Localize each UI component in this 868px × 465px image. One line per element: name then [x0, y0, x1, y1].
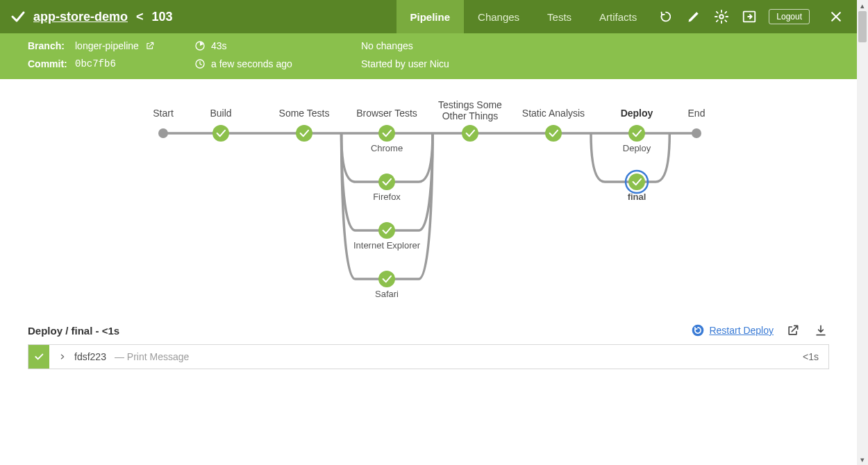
scroll-down-icon[interactable]: ▾ — [857, 454, 868, 465]
duration-value: 43s — [211, 40, 227, 51]
close-icon[interactable] — [828, 8, 844, 25]
external-link-icon[interactable] — [144, 40, 156, 51]
scroll-up-icon[interactable]: ▴ — [857, 0, 868, 11]
step-status-icon — [28, 345, 49, 369]
run-details-bar: Branch: longer-pipeline Commit: 0bc7fb6 … — [0, 33, 857, 79]
settings-gear-icon[interactable] — [713, 8, 730, 25]
branch-value[interactable]: longer-pipeline — [75, 40, 139, 51]
rerun-icon[interactable] — [658, 8, 674, 25]
step-row[interactable]: fdsf223 — Print Message <1s — [28, 344, 829, 369]
finished-value: a few seconds ago — [211, 58, 292, 69]
stage-node[interactable] — [378, 174, 395, 190]
top-bar: app-store-demo < 103 Pipeline Changes Te… — [0, 0, 857, 33]
svg-text:Other Things: Other Things — [442, 110, 499, 121]
chevron-right-icon — [59, 353, 66, 360]
job-name-link[interactable]: app-store-demo — [33, 10, 128, 24]
svg-text:Chrome: Chrome — [371, 143, 403, 153]
step-description: — Print Message — [115, 351, 189, 362]
svg-text:Deploy: Deploy — [621, 108, 653, 119]
status-check-icon — [10, 8, 26, 25]
stage-node[interactable] — [378, 271, 395, 287]
step-name: fdsf223 — [74, 351, 106, 362]
terminal-node — [692, 128, 701, 138]
svg-text:Deploy: Deploy — [623, 143, 651, 153]
terminal-node — [158, 128, 168, 138]
svg-text:Firefox: Firefox — [373, 192, 401, 202]
tab-changes[interactable]: Changes — [464, 0, 533, 33]
run-number: 103 — [152, 10, 173, 24]
stage-node[interactable] — [628, 125, 645, 142]
svg-point-0 — [720, 15, 724, 19]
svg-text:Some Tests: Some Tests — [279, 108, 330, 119]
pipeline-graph: StartBuildSome TestsBrowser TestsChromeF… — [0, 92, 857, 314]
header-actions: Logout — [658, 8, 844, 25]
steps-title: Deploy / final - <1s — [28, 325, 119, 337]
stage-node[interactable] — [296, 125, 312, 142]
svg-text:Safari: Safari — [375, 289, 399, 299]
tab-pipeline[interactable]: Pipeline — [397, 0, 465, 33]
svg-text:Start: Start — [153, 108, 174, 119]
svg-text:Build: Build — [210, 108, 231, 119]
svg-text:Testings Some: Testings Some — [438, 99, 502, 110]
header-tabs: Pipeline Changes Tests Artifacts — [397, 0, 651, 33]
vertical-scrollbar[interactable]: ▴ ▾ — [857, 0, 868, 465]
step-duration: <1s — [793, 351, 828, 362]
scrollbar-thumb[interactable] — [858, 11, 867, 42]
svg-text:End: End — [688, 108, 706, 119]
changes-text: No changes — [361, 40, 413, 51]
restart-label: Restart Deploy — [709, 325, 774, 336]
svg-point-27 — [692, 325, 704, 337]
restart-stage-button[interactable]: Restart Deploy — [691, 323, 774, 337]
duration-icon — [194, 40, 206, 51]
svg-text:Internet Explorer: Internet Explorer — [353, 240, 421, 251]
logout-button[interactable]: Logout — [769, 9, 810, 24]
svg-text:Browser Tests: Browser Tests — [356, 108, 417, 119]
commit-value: 0bc7fb6 — [75, 58, 116, 69]
steps-panel: Deploy / final - <1s Restart Deploy — [28, 322, 829, 369]
download-icon[interactable] — [812, 322, 829, 339]
commit-label: Commit: — [28, 58, 69, 69]
goto-classic-icon[interactable] — [741, 8, 758, 25]
stage-node[interactable] — [462, 125, 478, 142]
stage-node[interactable] — [378, 222, 395, 239]
tab-artifacts[interactable]: Artifacts — [585, 0, 651, 33]
svg-text:Static Analysis: Static Analysis — [522, 108, 585, 119]
open-in-new-icon[interactable] — [785, 322, 801, 339]
stage-node[interactable] — [628, 174, 645, 190]
started-text: Started by user Nicu — [361, 58, 449, 69]
stage-node[interactable] — [212, 125, 229, 142]
branch-label: Branch: — [28, 40, 69, 51]
run-separator: < — [135, 10, 145, 24]
clock-icon — [194, 58, 206, 69]
stage-node[interactable] — [378, 125, 395, 142]
edit-icon[interactable] — [685, 8, 702, 25]
tab-tests[interactable]: Tests — [533, 0, 585, 33]
stage-node[interactable] — [545, 125, 562, 142]
svg-text:final: final — [628, 192, 646, 202]
